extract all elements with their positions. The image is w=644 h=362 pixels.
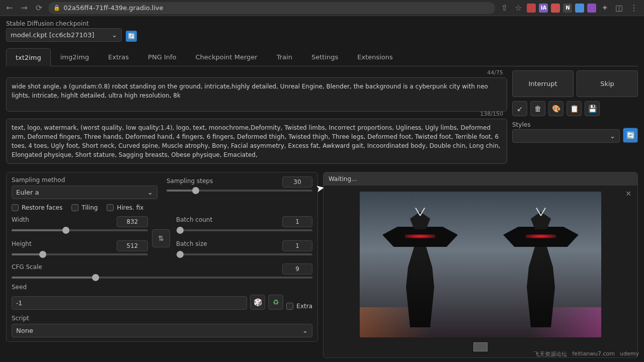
neg-prompt-counter: 138/150 xyxy=(480,111,503,117)
width-value[interactable]: 832 xyxy=(117,216,148,227)
preview-panel: Waiting... ✕ xyxy=(323,172,638,358)
script-select[interactable]: None ⌄ xyxy=(12,324,312,337)
save-style-button[interactable]: 💾 xyxy=(585,101,600,116)
ext-icon-5[interactable] xyxy=(587,4,596,13)
sampling-steps-label: Sampling steps xyxy=(167,177,213,185)
lock-icon: 🔒 xyxy=(53,5,60,11)
script-label: Script xyxy=(12,315,312,322)
checkpoint-select[interactable]: model.ckpt [cc6cb27103] ⌄ xyxy=(6,28,122,42)
ext-icon-1[interactable] xyxy=(527,4,536,13)
styles-label: Styles xyxy=(512,121,620,128)
clipboard-button[interactable]: 📋 xyxy=(567,101,582,116)
ext-icon-ia[interactable]: IA xyxy=(539,4,548,13)
tab-extensions[interactable]: Extensions xyxy=(348,48,403,66)
styles-select[interactable]: ⌄ xyxy=(512,129,620,143)
extra-seed-check[interactable]: Extra xyxy=(286,303,312,310)
share-icon[interactable]: ⇧ xyxy=(499,2,510,14)
thumbnail[interactable] xyxy=(473,342,488,351)
batch-count-label: Batch count xyxy=(176,216,212,225)
menu-icon[interactable]: ⋮ xyxy=(628,2,640,14)
skip-button[interactable]: Skip xyxy=(577,70,638,97)
cfg-value[interactable]: 9 xyxy=(282,263,312,275)
back-button[interactable]: ← xyxy=(4,2,15,14)
seed-label: Seed xyxy=(12,284,312,291)
checkpoint-value: model.ckpt [cc6cb27103] xyxy=(11,31,94,39)
interrupt-button[interactable]: Interrupt xyxy=(512,70,574,97)
chevron-down-icon: ⌄ xyxy=(112,31,117,39)
dice-button[interactable]: 🎲 xyxy=(250,295,265,310)
height-label: Height xyxy=(12,240,32,249)
tab-txt2img[interactable]: txt2img xyxy=(6,48,51,66)
apply-style-button[interactable]: 🔄 xyxy=(623,128,638,143)
preview-status: Waiting... xyxy=(324,172,637,186)
restore-faces-check[interactable]: Restore faces xyxy=(12,204,62,211)
batch-size-label: Batch size xyxy=(176,240,207,249)
sampling-steps-value[interactable]: 30 xyxy=(282,176,312,188)
reload-button[interactable]: ⟳ xyxy=(34,2,44,14)
swap-dimensions-button[interactable]: ⇅ xyxy=(152,229,170,247)
batch-size-value[interactable]: 1 xyxy=(282,240,312,251)
height-slider[interactable] xyxy=(12,253,148,255)
star-icon[interactable]: ☆ xyxy=(513,2,524,14)
tiling-check[interactable]: Tiling xyxy=(71,204,98,211)
url-text: 02a56ff4-71ff-439e.gradio.live xyxy=(63,4,163,12)
prompt-counter: 44/75 xyxy=(487,69,503,76)
sidepanel-icon[interactable]: ◫ xyxy=(613,2,625,14)
tab-img2img[interactable]: img2img xyxy=(51,48,99,66)
seed-input[interactable] xyxy=(12,296,247,310)
preview-image[interactable] xyxy=(360,192,601,337)
chevron-down-icon: ⌄ xyxy=(147,189,153,196)
recycle-seed-button[interactable]: ♻ xyxy=(268,295,283,310)
ext-icon-4[interactable] xyxy=(575,4,584,13)
tab-train[interactable]: Train xyxy=(267,48,302,66)
style-paint-button[interactable]: 🎨 xyxy=(548,101,564,116)
script-value: None xyxy=(16,327,33,334)
tab-extras[interactable]: Extras xyxy=(99,48,138,66)
cfg-label: CFG Scale xyxy=(12,263,42,273)
checkpoint-label: Stable Diffusion checkpoint xyxy=(6,20,122,27)
tab-settings[interactable]: Settings xyxy=(302,48,348,66)
tab-pnginfo[interactable]: PNG Info xyxy=(138,48,186,66)
chevron-down-icon: ⌄ xyxy=(610,132,615,140)
refresh-checkpoint-button[interactable]: 🔄 xyxy=(126,31,137,42)
cfg-slider[interactable] xyxy=(12,277,312,279)
sampling-steps-slider[interactable] xyxy=(167,190,312,192)
browser-actions: ⇧ ☆ IA N ✦ ◫ ⋮ xyxy=(499,2,640,14)
neg-prompt-text: text, logo, watermark, (worst quality, l… xyxy=(12,123,502,159)
forward-button[interactable]: → xyxy=(19,2,29,14)
sampling-method-select[interactable]: Euler a ⌄ xyxy=(12,186,157,199)
thumbnail-strip xyxy=(473,342,488,351)
chevron-down-icon: ⌄ xyxy=(302,327,308,334)
ext-icon-3[interactable]: N xyxy=(563,4,572,13)
arrow-button[interactable]: ↙ xyxy=(512,101,527,116)
extensions-icon[interactable]: ✦ xyxy=(599,2,610,14)
prompt-text: wide shot angle, a (gundam:0.8) robot st… xyxy=(12,82,502,107)
batch-size-slider[interactable] xyxy=(176,253,312,255)
browser-toolbar: ← → ⟳ 🔒 02a56ff4-71ff-439e.gradio.live ⇧… xyxy=(0,0,644,16)
main-tabs: txt2img img2img Extras PNG Info Checkpoi… xyxy=(6,48,638,66)
width-slider[interactable] xyxy=(12,229,148,231)
neg-prompt-input[interactable]: text, logo, watermark, (worst quality, l… xyxy=(6,119,507,164)
width-label: Width xyxy=(12,216,29,225)
trash-button[interactable]: 🗑 xyxy=(530,101,545,116)
batch-count-slider[interactable] xyxy=(176,229,312,231)
sampling-method-value: Euler a xyxy=(16,189,39,196)
sampling-method-label: Sampling method xyxy=(12,176,157,184)
watermark: 飞天资源论坛 feitianwu7.com udemy xyxy=(534,350,639,358)
ext-icon-2[interactable] xyxy=(551,4,560,13)
address-bar[interactable]: 🔒 02a56ff4-71ff-439e.gradio.live xyxy=(48,2,495,14)
height-value[interactable]: 512 xyxy=(117,240,148,251)
batch-count-value[interactable]: 1 xyxy=(282,216,312,227)
hires-fix-check[interactable]: Hires. fix xyxy=(107,204,143,211)
prompt-input[interactable]: wide shot angle, a (gundam:0.8) robot st… xyxy=(6,77,507,112)
tab-checkpoint-merger[interactable]: Checkpoint Merger xyxy=(186,48,267,66)
close-preview-button[interactable]: ✕ xyxy=(625,190,631,198)
